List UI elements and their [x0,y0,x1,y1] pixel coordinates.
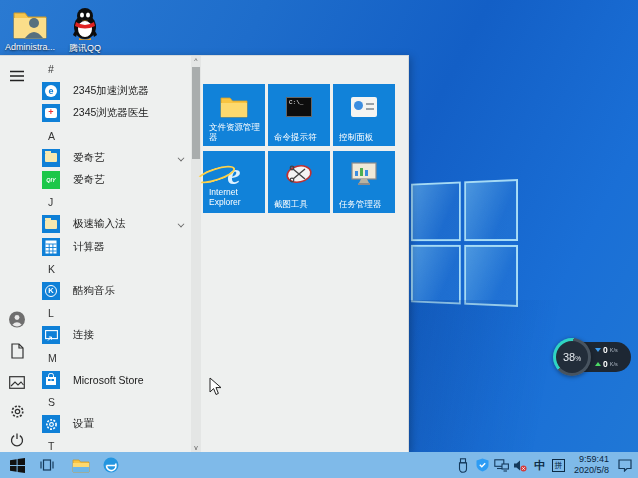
app-list-item[interactable]: Microsoft Store [36,369,190,391]
wallpaper-logo-pane [464,179,518,241]
tile-task-manager[interactable]: 任务管理器 [333,151,395,213]
tile-command-prompt[interactable]: C:\_ 命令提示符 [268,84,330,146]
volume-muted-icon[interactable] [513,452,528,478]
task-view-icon [39,458,55,472]
tile-label: 截图工具 [274,199,326,209]
app-list-header[interactable]: T [36,435,190,453]
wallpaper-logo-pane [411,182,461,242]
tile-file-explorer[interactable]: 文件资源管理器 [203,84,265,146]
start-menu-rail [0,56,34,452]
security-shield-icon[interactable] [475,452,490,478]
menu-hamburger-icon[interactable] [9,68,25,84]
taskbar-internet-explorer[interactable] [96,452,126,478]
desktop-icon-label: Administra... [2,42,58,52]
app-list-header[interactable]: # [36,58,190,80]
action-center-icon[interactable] [617,452,632,478]
app-label: 2345浏览器医生 [73,106,149,120]
2345-doctor-icon: + [42,104,60,122]
file-explorer-icon [72,458,90,473]
desktop-icon-administrator[interactable]: Administra... [2,6,58,52]
ime-pinyin-indicator[interactable]: 拼 [551,452,566,478]
app-list-item[interactable]: + 2345浏览器医生 [36,102,190,124]
header-label: J [48,196,53,208]
tile-label: 控制面板 [339,132,391,142]
tile-internet-explorer[interactable]: e Internet Explorer [203,151,265,213]
iqiyi-icon: QIY [42,171,60,189]
power-icon[interactable] [9,432,25,448]
pinyin-box: 拼 [552,459,565,472]
tile-label: 文件资源管理器 [209,122,261,142]
tile-control-panel[interactable]: 控制面板 [333,84,395,146]
ime-language-indicator[interactable]: 中 [532,452,547,478]
folder-group-icon [42,149,60,167]
app-list-group[interactable]: 极速输入法 [36,213,190,235]
app-label: 连接 [73,328,94,342]
app-list-header[interactable]: K [36,258,190,280]
user-avatar[interactable] [9,311,25,327]
wallpaper-windows-logo [411,179,518,307]
mouse-cursor [209,377,222,400]
scroll-up-icon[interactable]: ^ [191,56,201,66]
app-list-scrollbar[interactable]: ^ v [191,56,201,453]
start-button[interactable] [2,452,32,478]
upload-speed-row: 0 K/s [595,358,631,370]
network-icon[interactable] [494,452,509,478]
tile-label: 任务管理器 [339,199,391,209]
2345-browser-icon: e [42,82,60,100]
app-list-header[interactable]: M [36,346,190,368]
control-panel-icon [333,92,395,122]
app-list-item[interactable]: 计算器 [36,236,190,258]
app-list-item[interactable]: 设置 [36,413,190,435]
pictures-icon[interactable] [9,374,25,390]
app-label: 2345加速浏览器 [73,84,149,98]
microsoft-store-icon [42,371,60,389]
windows-logo-icon [10,458,25,473]
wallpaper-logo-pane [411,245,461,305]
tile-snipping-tool[interactable]: 截图工具 [268,151,330,213]
taskbar-clock[interactable]: 9:59:41 2020/5/8 [570,454,613,476]
scrollbar-thumb[interactable] [192,67,200,159]
taskbar: 中 拼 9:59:41 2020/5/8 [0,452,638,478]
app-label: 设置 [73,417,94,431]
start-app-list: # e 2345加速浏览器 + 2345浏览器医生 A 爱奇艺 QIY 爱奇艺 … [36,58,190,453]
app-label: 爱奇艺 [73,151,105,165]
app-list-item[interactable]: K 酷狗音乐 [36,280,190,302]
chevron-down-icon[interactable] [178,221,185,228]
desktop-icon-qq[interactable]: 腾讯QQ [60,6,110,55]
app-list-header[interactable]: A [36,125,190,147]
app-list-header[interactable]: S [36,391,190,413]
header-label: A [48,130,55,142]
taskbar-file-explorer[interactable] [66,452,96,478]
app-label: 爱奇艺 [73,173,105,187]
user-folder-icon [2,6,58,40]
app-list-item[interactable]: QIY 爱奇艺 [36,169,190,191]
app-list-header[interactable]: J [36,191,190,213]
app-label: Microsoft Store [73,374,144,386]
chevron-down-icon[interactable] [178,154,185,161]
wallpaper-logo-pane [464,245,518,307]
header-label: M [48,352,57,364]
app-list-header[interactable]: L [36,302,190,324]
app-list-item[interactable]: e 2345加速浏览器 [36,80,190,102]
header-label: L [48,307,54,319]
task-manager-icon [333,159,395,189]
settings-gear-icon[interactable] [9,403,25,419]
download-value: 0 [603,345,608,355]
qq-penguin-icon [60,6,110,40]
kugou-music-icon: K [42,282,60,300]
internet-explorer-icon [102,456,120,474]
usage-percent: 38 [563,351,575,363]
download-speed-row: 0 K/s [595,344,631,356]
documents-icon[interactable] [9,343,25,359]
app-list-item[interactable]: 连接 [36,324,190,346]
tile-label: 命令提示符 [274,132,326,142]
settings-app-icon [42,415,60,433]
file-explorer-icon [203,92,265,122]
usb-device-icon[interactable] [456,452,471,478]
usage-percent-unit: % [575,355,581,362]
connect-icon [42,326,60,344]
task-view-button[interactable] [32,452,62,478]
app-list-group[interactable]: 爱奇艺 [36,147,190,169]
download-unit: K/s [610,347,618,353]
header-label: S [48,396,55,408]
